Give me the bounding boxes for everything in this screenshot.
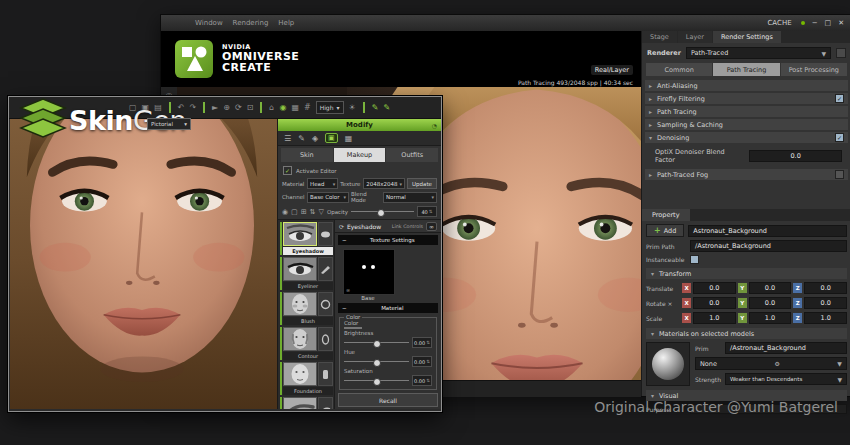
texture-preview[interactable]: ∞ — [343, 249, 395, 295]
section-path-traced-fog[interactable]: ▸ Path-Traced Fog — [645, 169, 848, 180]
material-section-header[interactable]: − Material — [338, 303, 438, 313]
hue-slider[interactable] — [344, 357, 409, 366]
renderer-options-button[interactable] — [836, 48, 846, 58]
tab-property[interactable]: Property — [642, 209, 690, 221]
opacity-slider[interactable] — [351, 207, 414, 216]
new-layer-icon[interactable]: ▢ — [291, 208, 298, 216]
tab-stage[interactable]: Stage — [642, 31, 677, 43]
gear-icon[interactable]: ⚙ — [774, 360, 779, 367]
fog-checkbox[interactable] — [835, 170, 844, 179]
tab-skin[interactable]: Skin — [281, 148, 333, 162]
firefly-checkbox[interactable]: ✓ — [835, 94, 844, 103]
new-file-icon[interactable]: ▢ — [129, 103, 137, 112]
redo-icon[interactable]: ↷ — [189, 103, 196, 112]
strength-dropdown[interactable]: Weaker than Descendants ▼ — [725, 373, 847, 385]
texture-settings-header[interactable]: − Texture Settings — [338, 235, 438, 245]
scale-z-field[interactable]: 1.0 — [804, 312, 847, 324]
tab-makeup[interactable]: Makeup — [334, 148, 386, 162]
visibility-icon[interactable]: ◉ — [282, 208, 288, 216]
rotate-x-field[interactable]: 0.0 — [693, 297, 736, 309]
layer-eyeshadow[interactable]: Eyeshadow — [280, 222, 333, 255]
translate-x-field[interactable]: 0.0 — [693, 282, 736, 294]
home-view-icon[interactable]: ⌂ — [269, 103, 274, 112]
delete-layer-icon[interactable]: ▽ — [318, 208, 323, 216]
section-denoising[interactable]: ▾ Denoising ✓ — [645, 132, 848, 143]
update-button[interactable]: Update — [407, 178, 437, 189]
link-toggle-icon[interactable]: ∞ — [426, 222, 437, 231]
edit-mesh-icon[interactable]: ✎ — [372, 103, 379, 112]
layer-contour[interactable]: Contour — [280, 327, 333, 360]
move-tool-icon[interactable]: ⊕ — [223, 103, 230, 112]
denoising-checkbox[interactable]: ✓ — [835, 133, 844, 142]
saturation-slider[interactable] — [344, 376, 409, 385]
layer-foundation[interactable]: Foundation — [280, 362, 333, 395]
material-prim-field[interactable]: /Astronaut_Background — [725, 342, 847, 354]
scale-tool-icon[interactable]: ⊡ — [247, 103, 254, 112]
layers-list-icon[interactable]: ☰ — [284, 134, 291, 143]
rotate-y-field[interactable]: 0.0 — [749, 297, 792, 309]
scale-x-field[interactable]: 1.0 — [693, 312, 736, 324]
tab-layer[interactable]: Layer — [678, 31, 712, 43]
layer-blush[interactable]: Blush — [280, 292, 333, 325]
skingen-editor-icon[interactable]: ▣ — [325, 133, 338, 143]
select-tool-icon[interactable]: ► — [212, 103, 218, 112]
layer-eyeliner[interactable]: Eyeliner — [280, 257, 333, 290]
edit-texture-icon[interactable]: ✎ — [383, 103, 390, 112]
light-icon[interactable]: ☀ — [349, 103, 356, 112]
opacity-value[interactable]: 40⇅ — [417, 206, 437, 217]
rotate-z-field[interactable]: 0.0 — [804, 297, 847, 309]
menu-help[interactable]: Help — [278, 19, 294, 27]
quality-dropdown[interactable]: High ▾ — [316, 101, 344, 114]
hue-value[interactable]: 0.00⇅ — [412, 356, 432, 367]
add-property-button[interactable]: +Add — [646, 224, 684, 237]
render-mode-badge[interactable]: Real/Layer — [591, 65, 633, 75]
material-dropdown[interactable]: None ⚙ ▼ — [695, 357, 847, 370]
recall-button[interactable]: Recall — [338, 393, 438, 407]
brush-icon[interactable]: ✎ — [298, 134, 305, 143]
channel-dropdown[interactable]: Base Color▾ — [307, 192, 349, 203]
materials-section-header[interactable]: ▾ Materials on selected models — [646, 328, 847, 339]
maximize-button[interactable]: □ — [825, 19, 832, 27]
brightness-slider[interactable] — [344, 338, 409, 347]
refresh-icon[interactable]: ⟳ — [339, 223, 344, 230]
renderer-dropdown[interactable]: Path-Traced ▼ — [686, 47, 831, 59]
color-swatch[interactable] — [344, 327, 362, 329]
save-file-icon[interactable]: ▤ — [154, 103, 162, 112]
transform-section-header[interactable]: ▾ Transform — [646, 268, 847, 279]
camera-view-icon[interactable]: ◉ — [279, 103, 286, 112]
translate-z-field[interactable]: 0.0 — [804, 282, 847, 294]
undo-icon[interactable]: ↶ — [178, 103, 185, 112]
brightness-value[interactable]: 0.00⇅ — [412, 337, 432, 348]
node-link-icon[interactable]: ◈ — [312, 134, 318, 143]
prim-path-field[interactable]: /Astronaut_Background — [690, 240, 847, 252]
rotate-tool-icon[interactable]: ⟳ — [235, 103, 242, 112]
scale-y-field[interactable]: 1.0 — [749, 312, 792, 324]
blend-mode-dropdown[interactable]: Normal▾ — [383, 192, 437, 203]
pattern-icon[interactable]: ▦ — [345, 134, 353, 143]
section-sampling-caching[interactable]: ▸ Sampling & Caching — [645, 119, 848, 130]
translate-y-field[interactable]: 0.0 — [749, 282, 792, 294]
skingen-viewport[interactable] — [10, 119, 277, 409]
display-mode-dropdown[interactable]: Pictorial ▾ — [147, 118, 191, 130]
layer-eyebrow[interactable]: Eyebrow — [280, 397, 333, 409]
minimize-button[interactable]: − — [812, 19, 818, 27]
subtab-common[interactable]: Common — [646, 63, 712, 76]
menu-rendering[interactable]: Rendering — [233, 19, 269, 27]
open-file-icon[interactable]: ▣ — [142, 103, 150, 112]
tab-outfits[interactable]: Outfits — [386, 148, 438, 162]
saturation-value[interactable]: 0.00⇅ — [412, 375, 432, 386]
material-dropdown[interactable]: Head▾ — [307, 178, 338, 189]
info-icon[interactable]: ◔ — [432, 122, 437, 129]
optix-blend-value[interactable]: 0.0 — [749, 150, 842, 162]
prim-name-field[interactable]: Astronaut_Background — [688, 225, 847, 237]
activate-editor-checkbox[interactable]: ✓ — [283, 166, 292, 175]
subtab-post-processing[interactable]: Post Processing — [781, 63, 847, 76]
subtab-path-tracing[interactable]: Path Tracing — [713, 63, 779, 76]
add-layer-icon[interactable]: ⊞ — [301, 208, 307, 216]
tab-render-settings[interactable]: Render Settings — [713, 31, 781, 43]
section-anti-aliasing[interactable]: ▸ Anti-Aliasing — [645, 80, 848, 91]
snap-icon[interactable]: # — [304, 103, 311, 112]
menu-window[interactable]: Window — [195, 19, 223, 27]
grid-toggle-icon[interactable]: ▦ — [291, 103, 299, 112]
section-path-tracing[interactable]: ▸ Path Tracing — [645, 106, 848, 117]
